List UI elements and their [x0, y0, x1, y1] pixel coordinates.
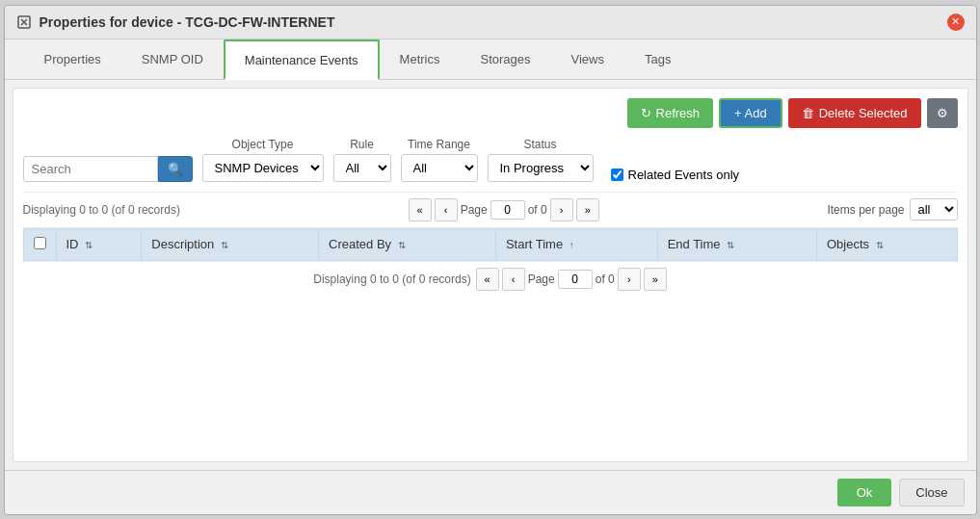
top-displaying-text: Displaying 0 to 0 (of 0 records) [23, 203, 180, 217]
related-events-label: Related Events only [628, 168, 740, 182]
first-page-button[interactable]: « [409, 198, 432, 221]
page-label: Page [461, 203, 488, 217]
bottom-page-label: Page [528, 272, 555, 286]
start-time-sort-icon[interactable]: ↑ [569, 240, 574, 250]
dialog-footer: Ok Close [5, 470, 976, 514]
data-table: ID ⇅ Description ⇅ Created By ⇅ Start [23, 228, 958, 261]
bottom-of-label: of 0 [596, 272, 615, 286]
search-group: 🔍 [23, 156, 193, 182]
rule-select[interactable]: All [333, 154, 391, 182]
bottom-last-page-button[interactable]: » [644, 268, 667, 291]
objects-sort-icon[interactable]: ⇅ [876, 240, 884, 250]
description-sort-icon[interactable]: ⇅ [221, 240, 228, 250]
rule-label: Rule [333, 138, 391, 151]
end-time-sort-icon[interactable]: ⇅ [727, 240, 734, 250]
ok-button[interactable]: Ok [837, 479, 892, 506]
top-pagination-controls: « ‹ Page of 0 › » [409, 198, 599, 221]
object-type-group: Object Type SNMP Devices [202, 138, 324, 182]
time-range-group: Time Range All [401, 138, 478, 182]
tab-storages[interactable]: Storages [461, 39, 551, 80]
rule-group: Rule All [333, 138, 391, 182]
status-label: Status [488, 138, 594, 151]
tab-tags[interactable]: Tags [624, 39, 691, 80]
search-input[interactable] [23, 156, 158, 182]
dialog-title: Properties for device - TCG-DC-FW-INTERN… [40, 14, 335, 30]
tab-properties[interactable]: Properties [24, 39, 121, 80]
th-objects: Objects ⇅ [816, 228, 957, 260]
search-button[interactable]: 🔍 [158, 156, 193, 182]
table-section: Displaying 0 to 0 (of 0 records) « ‹ Pag… [23, 192, 958, 452]
delete-selected-button[interactable]: 🗑 Delete Selected [788, 98, 921, 128]
bottom-first-page-button[interactable]: « [476, 268, 499, 291]
title-bar: Properties for device - TCG-DC-FW-INTERN… [5, 6, 976, 39]
bottom-pagination-bar: Displaying 0 to 0 (of 0 records) « ‹ Pag… [23, 261, 958, 291]
tabs-bar: Properties SNMP OID Maintenance Events M… [5, 39, 976, 80]
th-start-time: Start Time ↑ [495, 228, 657, 260]
refresh-button[interactable]: ↻ Refresh [627, 98, 714, 128]
related-events-checkbox[interactable] [611, 169, 623, 181]
status-select[interactable]: In Progress [488, 154, 594, 182]
add-button[interactable]: + Add [719, 98, 782, 128]
tab-snmp-oid[interactable]: SNMP OID [121, 39, 224, 80]
bottom-prev-page-button[interactable]: ‹ [502, 268, 525, 291]
close-dialog-button[interactable]: ✕ [947, 13, 965, 31]
search-icon: 🔍 [168, 162, 183, 176]
filter-row: 🔍 Object Type SNMP Devices Rule All Time… [23, 138, 958, 182]
bottom-pagination-controls: « ‹ Page of 0 › » [476, 268, 667, 291]
time-range-select[interactable]: All [401, 154, 478, 182]
object-type-select[interactable]: SNMP Devices [202, 154, 324, 182]
content-area: ↻ Refresh + Add 🗑 Delete Selected ⚙ 🔍 [13, 88, 968, 462]
settings-button[interactable]: ⚙ [927, 98, 958, 128]
th-id: ID ⇅ [56, 228, 142, 260]
page-input[interactable] [490, 200, 525, 220]
created-by-sort-icon[interactable]: ⇅ [398, 240, 406, 250]
related-events-group: Related Events only [611, 168, 740, 182]
th-description: Description ⇅ [142, 228, 319, 260]
tab-metrics[interactable]: Metrics [380, 39, 461, 80]
dialog: Properties for device - TCG-DC-FW-INTERN… [4, 5, 977, 515]
time-range-label: Time Range [401, 138, 478, 151]
bottom-next-page-button[interactable]: › [618, 268, 641, 291]
bottom-page-input[interactable] [558, 270, 593, 289]
select-all-checkbox[interactable] [34, 237, 46, 249]
items-per-page-select[interactable]: all [910, 198, 958, 221]
th-checkbox [23, 228, 56, 260]
of-label: of 0 [528, 203, 547, 217]
app-icon [16, 14, 32, 30]
bottom-displaying-text: Displaying 0 to 0 (of 0 records) [313, 272, 470, 286]
id-sort-icon[interactable]: ⇅ [85, 240, 93, 250]
trash-icon: 🗑 [802, 106, 814, 120]
tab-maintenance-events[interactable]: Maintenance Events [224, 39, 380, 80]
tab-views[interactable]: Views [551, 39, 624, 80]
last-page-button[interactable]: » [576, 198, 599, 221]
toolbar: ↻ Refresh + Add 🗑 Delete Selected ⚙ [23, 98, 958, 128]
table-header-row: ID ⇅ Description ⇅ Created By ⇅ Start [23, 228, 957, 260]
object-type-label: Object Type [202, 138, 324, 151]
th-end-time: End Time ⇅ [657, 228, 816, 260]
close-button[interactable]: Close [899, 479, 964, 506]
refresh-icon: ↻ [641, 106, 651, 120]
next-page-button[interactable]: › [550, 198, 573, 221]
top-pagination-bar: Displaying 0 to 0 (of 0 records) « ‹ Pag… [23, 192, 958, 228]
search-wrapper: 🔍 [23, 156, 193, 182]
status-group: Status In Progress [488, 138, 594, 182]
settings-icon: ⚙ [937, 106, 948, 120]
items-per-page-label: Items per page [827, 203, 904, 217]
prev-page-button[interactable]: ‹ [435, 198, 458, 221]
th-created-by: Created By ⇅ [319, 228, 496, 260]
items-per-page-group: Items per page all [827, 198, 957, 221]
